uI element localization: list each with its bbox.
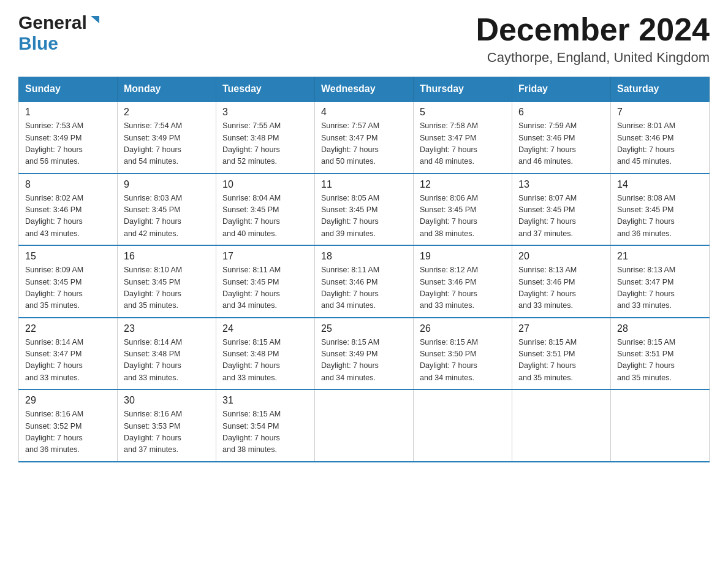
logo-blue-text: Blue <box>18 33 58 54</box>
table-row: 31Sunrise: 8:15 AMSunset: 3:54 PMDayligh… <box>216 389 315 462</box>
table-row: 17Sunrise: 8:11 AMSunset: 3:45 PMDayligh… <box>216 245 315 318</box>
day-info: Sunrise: 8:15 AMSunset: 3:50 PMDaylight:… <box>420 337 506 385</box>
day-info: Sunrise: 7:53 AMSunset: 3:49 PMDaylight:… <box>25 120 111 168</box>
day-number: 16 <box>124 251 210 262</box>
day-number: 20 <box>518 251 604 262</box>
day-info: Sunrise: 8:15 AMSunset: 3:54 PMDaylight:… <box>222 408 308 456</box>
day-number: 6 <box>518 107 604 118</box>
day-number: 17 <box>222 251 308 262</box>
header-saturday: Saturday <box>611 77 710 102</box>
table-row: 15Sunrise: 8:09 AMSunset: 3:45 PMDayligh… <box>19 245 118 318</box>
day-info: Sunrise: 8:01 AMSunset: 3:46 PMDaylight:… <box>617 120 703 168</box>
day-info: Sunrise: 7:54 AMSunset: 3:49 PMDaylight:… <box>124 120 210 168</box>
day-info: Sunrise: 8:11 AMSunset: 3:46 PMDaylight:… <box>321 264 407 312</box>
table-row: 8Sunrise: 8:02 AMSunset: 3:46 PMDaylight… <box>19 174 118 246</box>
day-info: Sunrise: 8:11 AMSunset: 3:45 PMDaylight:… <box>222 264 308 312</box>
table-row <box>315 389 414 462</box>
day-info: Sunrise: 8:06 AMSunset: 3:45 PMDaylight:… <box>420 193 506 240</box>
header-wednesday: Wednesday <box>315 77 414 102</box>
day-number: 28 <box>617 323 703 334</box>
table-row: 26Sunrise: 8:15 AMSunset: 3:50 PMDayligh… <box>414 318 512 390</box>
day-number: 3 <box>222 107 308 118</box>
day-number: 10 <box>222 179 308 190</box>
table-row: 18Sunrise: 8:11 AMSunset: 3:46 PMDayligh… <box>315 245 414 318</box>
table-row: 20Sunrise: 8:13 AMSunset: 3:46 PMDayligh… <box>512 245 611 318</box>
page-header: General Blue December 2024 Caythorpe, En… <box>18 12 710 66</box>
logo: General Blue <box>18 12 102 54</box>
table-row: 5Sunrise: 7:58 AMSunset: 3:47 PMDaylight… <box>414 101 512 174</box>
table-row: 24Sunrise: 8:15 AMSunset: 3:48 PMDayligh… <box>216 318 315 390</box>
table-row: 21Sunrise: 8:13 AMSunset: 3:47 PMDayligh… <box>611 245 710 318</box>
day-number: 5 <box>420 107 506 118</box>
day-info: Sunrise: 7:55 AMSunset: 3:48 PMDaylight:… <box>222 120 308 168</box>
day-info: Sunrise: 8:13 AMSunset: 3:46 PMDaylight:… <box>518 264 604 312</box>
logo-arrow-icon <box>88 13 102 29</box>
day-number: 8 <box>25 179 111 190</box>
location-subtitle: Caythorpe, England, United Kingdom <box>476 50 710 66</box>
day-number: 22 <box>25 323 111 334</box>
table-row: 6Sunrise: 7:59 AMSunset: 3:46 PMDaylight… <box>512 101 611 174</box>
table-row: 9Sunrise: 8:03 AMSunset: 3:45 PMDaylight… <box>118 174 216 246</box>
header-monday: Monday <box>118 77 216 102</box>
header-tuesday: Tuesday <box>216 77 315 102</box>
day-number: 23 <box>124 323 210 334</box>
day-number: 4 <box>321 107 407 118</box>
table-row: 19Sunrise: 8:12 AMSunset: 3:46 PMDayligh… <box>414 245 512 318</box>
day-info: Sunrise: 8:15 AMSunset: 3:49 PMDaylight:… <box>321 337 407 385</box>
table-row: 16Sunrise: 8:10 AMSunset: 3:45 PMDayligh… <box>118 245 216 318</box>
weekday-header-row: Sunday Monday Tuesday Wednesday Thursday… <box>19 77 710 102</box>
day-info: Sunrise: 8:12 AMSunset: 3:46 PMDaylight:… <box>420 264 506 312</box>
day-info: Sunrise: 8:08 AMSunset: 3:45 PMDaylight:… <box>617 193 703 240</box>
table-row <box>611 389 710 462</box>
day-number: 27 <box>518 323 604 334</box>
day-info: Sunrise: 7:59 AMSunset: 3:46 PMDaylight:… <box>518 120 604 168</box>
table-row: 25Sunrise: 8:15 AMSunset: 3:49 PMDayligh… <box>315 318 414 390</box>
day-info: Sunrise: 8:13 AMSunset: 3:47 PMDaylight:… <box>617 264 703 312</box>
header-friday: Friday <box>512 77 611 102</box>
table-row <box>414 389 512 462</box>
day-number: 15 <box>25 251 111 262</box>
table-row: 2Sunrise: 7:54 AMSunset: 3:49 PMDaylight… <box>118 101 216 174</box>
day-info: Sunrise: 8:15 AMSunset: 3:51 PMDaylight:… <box>617 337 703 385</box>
day-info: Sunrise: 8:15 AMSunset: 3:48 PMDaylight:… <box>222 337 308 385</box>
day-info: Sunrise: 8:16 AMSunset: 3:53 PMDaylight:… <box>124 408 210 456</box>
table-row: 22Sunrise: 8:14 AMSunset: 3:47 PMDayligh… <box>19 318 118 390</box>
day-info: Sunrise: 8:05 AMSunset: 3:45 PMDaylight:… <box>321 193 407 240</box>
day-info: Sunrise: 7:57 AMSunset: 3:47 PMDaylight:… <box>321 120 407 168</box>
header-sunday: Sunday <box>19 77 118 102</box>
day-info: Sunrise: 8:09 AMSunset: 3:45 PMDaylight:… <box>25 264 111 312</box>
table-row: 1Sunrise: 7:53 AMSunset: 3:49 PMDaylight… <box>19 101 118 174</box>
month-title: December 2024 <box>476 12 710 47</box>
day-info: Sunrise: 8:15 AMSunset: 3:51 PMDaylight:… <box>518 337 604 385</box>
day-number: 11 <box>321 179 407 190</box>
day-info: Sunrise: 8:14 AMSunset: 3:47 PMDaylight:… <box>25 337 111 385</box>
table-row: 3Sunrise: 7:55 AMSunset: 3:48 PMDaylight… <box>216 101 315 174</box>
day-info: Sunrise: 8:07 AMSunset: 3:45 PMDaylight:… <box>518 193 604 240</box>
svg-marker-0 <box>91 16 99 23</box>
day-number: 29 <box>25 395 111 406</box>
table-row: 28Sunrise: 8:15 AMSunset: 3:51 PMDayligh… <box>611 318 710 390</box>
table-row: 29Sunrise: 8:16 AMSunset: 3:52 PMDayligh… <box>19 389 118 462</box>
table-row: 14Sunrise: 8:08 AMSunset: 3:45 PMDayligh… <box>611 174 710 246</box>
table-row: 7Sunrise: 8:01 AMSunset: 3:46 PMDaylight… <box>611 101 710 174</box>
day-info: Sunrise: 8:02 AMSunset: 3:46 PMDaylight:… <box>25 193 111 240</box>
day-number: 31 <box>222 395 308 406</box>
calendar-table: Sunday Monday Tuesday Wednesday Thursday… <box>18 77 710 462</box>
day-number: 13 <box>518 179 604 190</box>
day-number: 21 <box>617 251 703 262</box>
day-info: Sunrise: 7:58 AMSunset: 3:47 PMDaylight:… <box>420 120 506 168</box>
table-row: 4Sunrise: 7:57 AMSunset: 3:47 PMDaylight… <box>315 101 414 174</box>
day-number: 19 <box>420 251 506 262</box>
day-number: 12 <box>420 179 506 190</box>
table-row: 10Sunrise: 8:04 AMSunset: 3:45 PMDayligh… <box>216 174 315 246</box>
day-number: 14 <box>617 179 703 190</box>
day-number: 24 <box>222 323 308 334</box>
table-row: 13Sunrise: 8:07 AMSunset: 3:45 PMDayligh… <box>512 174 611 246</box>
table-row: 23Sunrise: 8:14 AMSunset: 3:48 PMDayligh… <box>118 318 216 390</box>
calendar-week-row: 1Sunrise: 7:53 AMSunset: 3:49 PMDaylight… <box>19 101 710 174</box>
calendar-week-row: 8Sunrise: 8:02 AMSunset: 3:46 PMDaylight… <box>19 174 710 246</box>
calendar-week-row: 22Sunrise: 8:14 AMSunset: 3:47 PMDayligh… <box>19 318 710 390</box>
logo-general-text: General <box>18 12 87 33</box>
day-number: 25 <box>321 323 407 334</box>
day-info: Sunrise: 8:10 AMSunset: 3:45 PMDaylight:… <box>124 264 210 312</box>
